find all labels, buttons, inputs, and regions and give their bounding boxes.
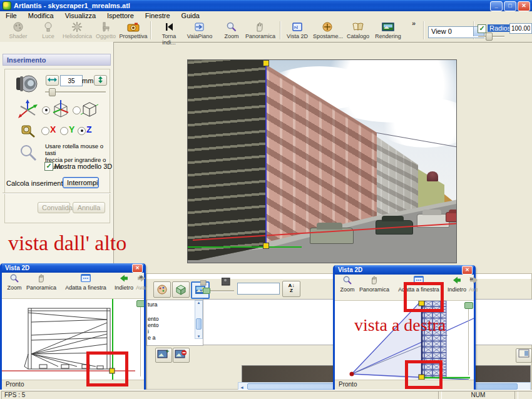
close-icon[interactable]: ✕ [462, 266, 473, 275]
confirm-button[interactable]: Convalida [38, 202, 70, 213]
arrow-left-icon [445, 275, 469, 286]
shader-button[interactable]: Shader [4, 21, 33, 41]
go-to-plane-button[interactable]: VaiaPiano [185, 21, 214, 41]
back-button[interactable]: Indietro [445, 275, 469, 293]
pan-button[interactable]: Panoramica [24, 273, 58, 291]
axis-y-radio[interactable] [60, 127, 68, 135]
fps-indicator: FPS : 5 [1, 391, 442, 399]
palette-icon [4, 21, 33, 33]
go-back-button[interactable]: Torna indi... [155, 21, 183, 41]
guide-line-green[interactable] [188, 246, 302, 248]
menu-finestre[interactable]: Finestre [140, 12, 176, 19]
heliodon-button[interactable]: Heliodonica [63, 21, 91, 41]
panel-divider [3, 193, 111, 194]
vista2d-button[interactable]: Vista 2D [283, 21, 312, 41]
zoom-hint-icon [19, 144, 38, 163]
toolbar-overflow-chevron[interactable]: » [139, 273, 143, 280]
move-button[interactable]: Spostame... [313, 21, 342, 41]
toolbar-overflow-chevron[interactable]: » [469, 275, 473, 282]
zoom-slider-track[interactable] [140, 301, 141, 376]
zoom-button[interactable]: Zoom [337, 275, 357, 293]
handle-top[interactable] [263, 60, 269, 66]
menu-visualizza[interactable]: Visualizza [59, 12, 101, 19]
catalog-shader-toggle[interactable] [153, 281, 171, 298]
num-lock-indicator: NUM [438, 391, 518, 399]
axis-x-label: X [50, 124, 56, 134]
titlebar: Artlantis - skyscraper1_mrealms.atl _ □ … [0, 0, 532, 11]
zoom-slider-thumb[interactable] [464, 302, 473, 309]
focal-height-button[interactable] [94, 75, 107, 86]
interrupt-button[interactable]: Interrompi [63, 177, 99, 188]
thumb-large-icon [222, 278, 230, 286]
cube-axes-icon [51, 99, 70, 119]
catalog-search-input[interactable] [237, 283, 280, 295]
sort-az-button[interactable]: A↓ Z [282, 281, 300, 297]
close-button[interactable]: ✕ [518, 1, 530, 11]
close-icon[interactable]: ✕ [132, 264, 143, 273]
annotation-rect-top-view [86, 351, 128, 386]
menu-modifica[interactable]: Modifica [23, 12, 59, 19]
toolbar-overflow-chevron[interactable]: » [412, 19, 416, 27]
radiosity-slider-thumb[interactable] [486, 33, 493, 41]
vista2d-right-canvas[interactable] [335, 301, 474, 380]
radiosity-checkbox[interactable]: ✓ [478, 24, 486, 33]
pan-tool-button[interactable]: Panoramica [245, 21, 274, 41]
radiosity-value-field[interactable] [509, 23, 532, 34]
menubar: File Modifica Visualizza Ispettore Fines… [0, 11, 532, 20]
object-button[interactable]: Oggetto [91, 21, 120, 41]
annotation-top-view: vista dall' alto [8, 231, 126, 255]
camera-icon [119, 21, 148, 33]
cancel-button[interactable]: Annulla [73, 202, 105, 213]
sun-icon [63, 21, 91, 33]
perspective-button[interactable]: Prospettiva [119, 21, 148, 41]
menu-ispettore[interactable]: Ispettore [101, 12, 140, 19]
catalog-button[interactable]: Catalogo [344, 21, 372, 41]
show-model-checkbox[interactable]: ✓ [44, 162, 53, 171]
fit-window-button[interactable]: Adatta a finestra [59, 273, 112, 291]
minimize-button[interactable]: _ [490, 1, 503, 11]
artlantis-window: Artlantis - skyscraper1_mrealms.atl _ □ … [0, 0, 532, 399]
zoom-tool-button[interactable]: Zoom [217, 21, 246, 41]
model-3d-tower [188, 60, 267, 260]
zoom-slider-track[interactable] [468, 303, 469, 375]
magnifier-icon [4, 273, 24, 285]
thumb-size-slider-thumb[interactable] [203, 288, 210, 294]
lens-icon [14, 73, 40, 95]
chair-icon [91, 21, 120, 33]
building-dome [427, 171, 438, 181]
vista2d-top-titlebar[interactable]: Vista 2D ✕ [2, 263, 144, 273]
back-button[interactable]: Indietro [112, 273, 136, 291]
thumb-small-icon [200, 280, 207, 286]
hand-icon [24, 273, 58, 285]
maximize-button[interactable]: □ [504, 1, 516, 11]
vista2d-right-titlebar[interactable]: Vista 2D ✕ [335, 265, 474, 275]
menu-file[interactable]: File [0, 12, 23, 19]
handle-bottom[interactable] [263, 243, 269, 249]
focal-width-button[interactable] [46, 75, 59, 86]
insert-mode-radio-2[interactable] [73, 106, 81, 114]
guide-line-blue[interactable] [265, 61, 267, 246]
add-image-button[interactable]: + [155, 348, 172, 363]
hand-icon [245, 21, 274, 33]
focal-length-input[interactable] [60, 75, 83, 86]
app-logo-icon [3, 1, 11, 10]
zoom-button[interactable]: Zoom [4, 273, 24, 291]
menu-guida[interactable]: Guida [176, 12, 205, 19]
panel-header: Inserimento [3, 54, 111, 66]
main-viewport[interactable] [187, 59, 457, 263]
annotation-right-view: vista a destra [354, 315, 446, 335]
remove-image-button[interactable] [173, 348, 190, 363]
axis-z-radio[interactable] [78, 127, 86, 135]
measure-icon [20, 123, 36, 139]
catalog-object-toggle[interactable] [172, 281, 190, 298]
pan-button[interactable]: Panoramica [357, 275, 391, 293]
focal-slider-thumb[interactable] [49, 88, 56, 96]
rendering-button[interactable]: Rendering [374, 21, 402, 41]
catalog-list-scrollbar[interactable]: ▲ ▼ [195, 300, 203, 339]
view-select[interactable]: View 0 ▼ [428, 26, 484, 38]
light-button[interactable]: Luce [34, 21, 63, 41]
axis-x-radio[interactable] [41, 127, 49, 135]
panel-layout-button[interactable] [516, 348, 532, 363]
insert-mode-radio-1[interactable] [42, 106, 50, 114]
zoom-slider-thumb[interactable] [136, 300, 144, 307]
